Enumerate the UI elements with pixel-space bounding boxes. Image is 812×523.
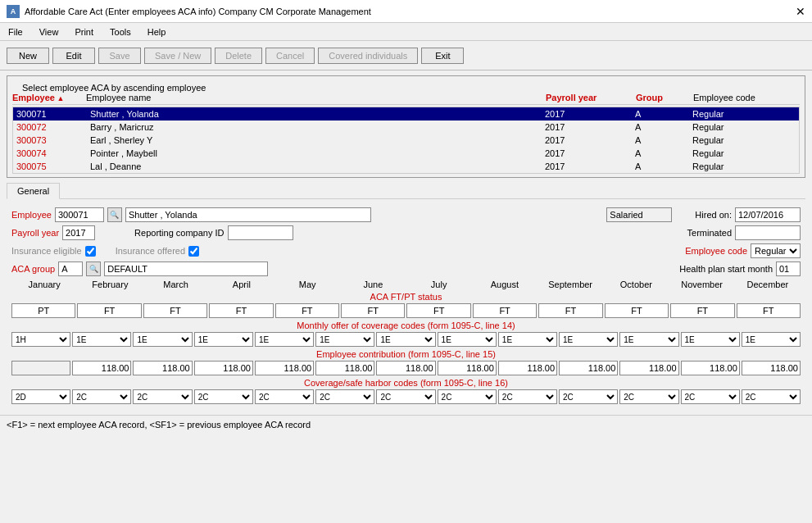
terminated-input[interactable] — [735, 225, 801, 240]
safe-harbor-cell[interactable]: 2D2C2A2B2E2F2G2H2I — [376, 389, 435, 404]
contrib-cell[interactable] — [11, 361, 70, 375]
safe-harbor-cell[interactable]: 2D2C2A2B2E2F2G2H2I — [742, 389, 801, 404]
safe-harbor-select[interactable]: 2D2C2A2B2E2F2G2H2I — [438, 389, 497, 404]
list-row[interactable]: 300073 Earl , Sherley Y 2017 A Regular — [13, 134, 799, 147]
safe-harbor-select[interactable]: 2D2C2A2B2E2F2G2H2I — [681, 389, 740, 404]
coverage-cell[interactable]: 1H1E1A1B1C1D1F1G — [438, 332, 497, 347]
coverage-select[interactable]: 1H1E1A1B1C1D1F1G — [72, 332, 131, 347]
coverage-cell[interactable]: 1H1E1A1B1C1D1F1G — [255, 332, 314, 347]
safe-harbor-select[interactable]: 2D2C2A2B2E2F2G2H2I — [194, 389, 253, 404]
toolbar-btn-delete[interactable]: Delete — [215, 48, 262, 64]
coverage-cell[interactable]: 1H1E1A1B1C1D1F1G — [559, 332, 618, 347]
coverage-cell[interactable]: 1H1E1A1B1C1D1F1G — [194, 332, 253, 347]
contrib-cell[interactable] — [376, 361, 435, 375]
toolbar-btn-covered-individuals[interactable]: Covered individuals — [318, 48, 418, 64]
ins-eligible-check[interactable] — [85, 246, 96, 257]
safe-harbor-cell[interactable]: 2D2C2A2B2E2F2G2H2I — [11, 389, 70, 404]
contrib-input[interactable] — [11, 361, 70, 375]
menu-item-tools[interactable]: Tools — [107, 25, 134, 39]
safe-harbor-select[interactable]: 2D2C2A2B2E2F2G2H2I — [255, 389, 314, 404]
safe-harbor-cell[interactable]: 2D2C2A2B2E2F2G2H2I — [315, 389, 374, 404]
safe-harbor-cell[interactable]: 2D2C2A2B2E2F2G2H2I — [255, 389, 314, 404]
safe-harbor-cell[interactable]: 2D2C2A2B2E2F2G2H2I — [619, 389, 678, 404]
contrib-cell[interactable] — [255, 361, 314, 375]
health-plan-start-input[interactable] — [776, 262, 801, 276]
menu-item-help[interactable]: Help — [144, 25, 170, 39]
contrib-cell[interactable] — [559, 361, 618, 375]
contrib-cell[interactable] — [72, 361, 131, 375]
coverage-select[interactable]: 1H1E1A1B1C1D1F1G — [438, 332, 497, 347]
safe-harbor-select[interactable]: 2D2C2A2B2E2F2G2H2I — [72, 389, 131, 404]
menu-item-view[interactable]: View — [36, 25, 62, 39]
safe-harbor-cell[interactable]: 2D2C2A2B2E2F2G2H2I — [72, 389, 131, 404]
safe-harbor-cell[interactable]: 2D2C2A2B2E2F2G2H2I — [559, 389, 618, 404]
coverage-cell[interactable]: 1H1E1A1B1C1D1F1G — [498, 332, 557, 347]
contrib-cell[interactable] — [498, 361, 557, 375]
coverage-cell[interactable]: 1H1E1A1B1C1D1F1G — [681, 332, 740, 347]
contrib-cell[interactable] — [619, 361, 678, 375]
contrib-input[interactable] — [72, 361, 131, 375]
contrib-input[interactable] — [376, 361, 435, 375]
menu-item-file[interactable]: File — [5, 25, 26, 39]
contrib-cell[interactable] — [194, 361, 253, 375]
contrib-input[interactable] — [255, 361, 314, 375]
contrib-cell[interactable] — [133, 361, 192, 375]
contrib-cell[interactable] — [681, 361, 740, 375]
ins-offered-check[interactable] — [188, 246, 199, 257]
list-row[interactable]: 300076 Berg , Kelvin James 2017 A Regula… — [13, 173, 799, 174]
close-button[interactable]: ✕ — [796, 5, 805, 18]
coverage-select[interactable]: 1H1E1A1B1C1D1F1G — [133, 332, 192, 347]
tab-general[interactable]: General — [7, 183, 60, 199]
employee-name-input[interactable] — [125, 207, 371, 222]
safe-harbor-cell[interactable]: 2D2C2A2B2E2F2G2H2I — [133, 389, 192, 404]
toolbar-btn-new[interactable]: New — [7, 48, 49, 64]
contrib-input[interactable] — [315, 361, 374, 375]
safe-harbor-select[interactable]: 2D2C2A2B2E2F2G2H2I — [315, 389, 374, 404]
coverage-cell[interactable]: 1H1E1A1B1C1D1F1G — [72, 332, 131, 347]
reporting-id-input[interactable] — [228, 225, 293, 240]
coverage-select[interactable]: 1H1E1A1B1C1D1F1G — [742, 332, 801, 347]
safe-harbor-select[interactable]: 2D2C2A2B2E2F2G2H2I — [559, 389, 618, 404]
safe-harbor-select[interactable]: 2D2C2A2B2E2F2G2H2I — [742, 389, 801, 404]
coverage-cell[interactable]: 1H1E1A1B1C1D1F1G — [315, 332, 374, 347]
contrib-input[interactable] — [133, 361, 192, 375]
list-row[interactable]: 300074 Pointer , Maybell 2017 A Regular — [13, 147, 799, 160]
coverage-select[interactable]: 1H1E1A1B1C1D1F1G — [255, 332, 314, 347]
coverage-select[interactable]: 1H1E1A1B1C1D1F1G — [619, 332, 678, 347]
employee-id-input[interactable] — [55, 207, 104, 222]
list-row[interactable]: 300071 Shutter , Yolanda 2017 A Regular — [13, 107, 799, 121]
coverage-select[interactable]: 1H1E1A1B1C1D1F1G — [376, 332, 435, 347]
coverage-select[interactable]: 1H1E1A1B1C1D1F1G — [194, 332, 253, 347]
safe-harbor-cell[interactable]: 2D2C2A2B2E2F2G2H2I — [194, 389, 253, 404]
toolbar-btn-save--new[interactable]: Save / New — [144, 48, 211, 64]
contrib-cell[interactable] — [438, 361, 497, 375]
coverage-select[interactable]: 1H1E1A1B1C1D1F1G — [681, 332, 740, 347]
coverage-select[interactable]: 1H1E1A1B1C1D1F1G — [498, 332, 557, 347]
hired-on-input[interactable] — [735, 207, 801, 222]
contrib-input[interactable] — [681, 361, 740, 375]
toolbar-btn-cancel[interactable]: Cancel — [265, 48, 315, 64]
safe-harbor-select[interactable]: 2D2C2A2B2E2F2G2H2I — [619, 389, 678, 404]
safe-harbor-select[interactable]: 2D2C2A2B2E2F2G2H2I — [11, 389, 70, 404]
menu-item-print[interactable]: Print — [71, 25, 97, 39]
toolbar-btn-edit[interactable]: Edit — [52, 48, 95, 64]
safe-harbor-cell[interactable]: 2D2C2A2B2E2F2G2H2I — [438, 389, 497, 404]
safe-harbor-select[interactable]: 2D2C2A2B2E2F2G2H2I — [376, 389, 435, 404]
safe-harbor-cell[interactable]: 2D2C2A2B2E2F2G2H2I — [498, 389, 557, 404]
safe-harbor-cell[interactable]: 2D2C2A2B2E2F2G2H2I — [681, 389, 740, 404]
list-row[interactable]: 300072 Barry , Maricruz 2017 A Regular — [13, 121, 799, 134]
coverage-cell[interactable]: 1H1E1A1B1C1D1F1G — [619, 332, 678, 347]
contrib-input[interactable] — [498, 361, 557, 375]
coverage-select[interactable]: 1H1E1A1B1C1D1F1G — [315, 332, 374, 347]
coverage-cell[interactable]: 1H1E1A1B1C1D1F1G — [742, 332, 801, 347]
safe-harbor-select[interactable]: 2D2C2A2B2E2F2G2H2I — [498, 389, 557, 404]
payroll-year-input[interactable] — [62, 225, 95, 240]
contrib-input[interactable] — [559, 361, 618, 375]
emp-code-select[interactable]: Regular — [751, 243, 801, 258]
contrib-input[interactable] — [742, 361, 801, 375]
contrib-input[interactable] — [194, 361, 253, 375]
safe-harbor-select[interactable]: 2D2C2A2B2E2F2G2H2I — [133, 389, 192, 404]
list-row[interactable]: 300075 Lal , Deanne 2017 A Regular — [13, 160, 799, 173]
coverage-cell[interactable]: 1H1E1A1B1C1D1F1G — [11, 332, 70, 347]
aca-group-search-btn[interactable]: 🔍 — [86, 262, 101, 276]
